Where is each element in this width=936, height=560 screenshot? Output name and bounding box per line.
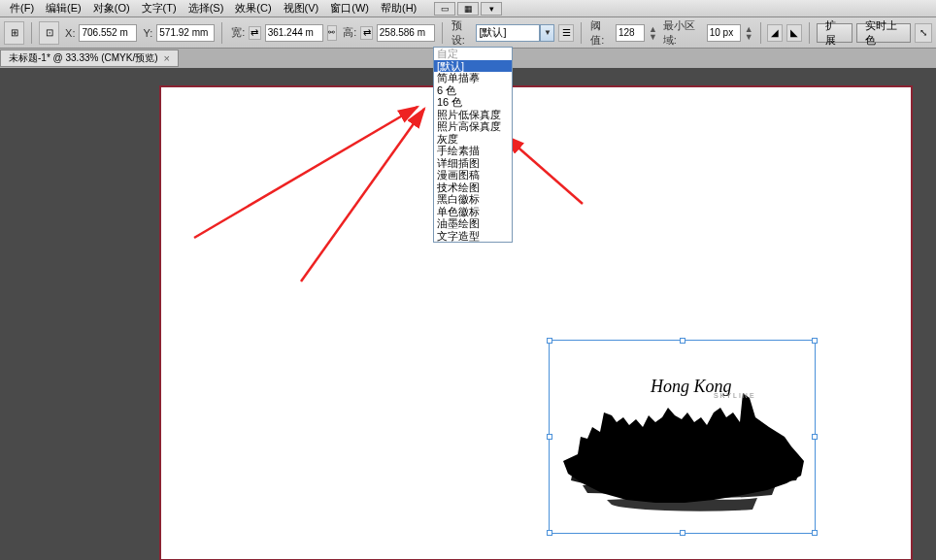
x-input[interactable]: [79, 24, 137, 42]
reference-point-icon[interactable]: ⊡: [39, 21, 59, 45]
x-label: X:: [65, 27, 75, 39]
dd-item-bw-logo[interactable]: 黑白徽标: [434, 193, 512, 206]
realtime-color-button[interactable]: 实时上色: [856, 23, 911, 43]
selection-handle-br[interactable]: [812, 530, 818, 536]
minarea-input[interactable]: [707, 24, 741, 42]
menubar: 件(F) 编辑(E) 对象(O) 文字(T) 选择(S) 效果(C) 视图(V)…: [0, 0, 936, 17]
selection-handle-ml[interactable]: [547, 434, 552, 440]
link-wh-icon[interactable]: ⚯: [327, 25, 338, 41]
dd-item-photo-low[interactable]: 照片低保真度: [434, 109, 512, 121]
threshold-stepper[interactable]: ▲▼: [649, 25, 657, 41]
selection-handle-bm[interactable]: [680, 530, 685, 536]
menu-window[interactable]: 窗口(W): [324, 0, 375, 16]
menu-edit[interactable]: 编辑(E): [40, 0, 87, 16]
menu-effect[interactable]: 效果(C): [229, 0, 277, 16]
dd-item-type[interactable]: 文字造型: [434, 230, 512, 243]
menubar-icon-3[interactable]: ▾: [481, 2, 502, 16]
minarea-label: 最小区域:: [663, 18, 703, 48]
dd-item-comic[interactable]: 漫画图稿: [434, 169, 512, 181]
link-w-icon[interactable]: ⇄: [249, 26, 260, 40]
dd-item-16color[interactable]: 16 色: [434, 96, 512, 109]
selection-handle-mr[interactable]: [812, 434, 818, 440]
dd-item-detailed[interactable]: 详细插图: [434, 157, 512, 170]
threshold-input[interactable]: [616, 24, 645, 42]
dd-item-mono-logo[interactable]: 单色徽标: [434, 206, 512, 218]
menu-select[interactable]: 选择(S): [183, 0, 230, 16]
expand-button[interactable]: 扩展: [817, 23, 852, 43]
preset-dropdown-button[interactable]: ▼: [540, 24, 554, 42]
minarea-stepper[interactable]: ▲▼: [745, 25, 753, 41]
preset-label: 预设:: [451, 18, 473, 48]
selection-handle-tl[interactable]: [547, 338, 552, 344]
tab-title: 未标题-1* @ 33.33% (CMYK/预览): [9, 51, 158, 65]
menu-object[interactable]: 对象(O): [87, 0, 136, 16]
dd-item-6color[interactable]: 6 色: [434, 84, 512, 97]
menubar-icon-2[interactable]: ▦: [457, 2, 479, 16]
tab-close-icon[interactable]: ×: [164, 52, 170, 64]
dd-item-default[interactable]: [默认]: [434, 60, 512, 73]
preset-input[interactable]: [476, 24, 540, 42]
dd-item-ink[interactable]: 油墨绘图: [434, 217, 512, 230]
menu-file[interactable]: 件(F): [4, 0, 40, 16]
document-tab[interactable]: 未标题-1* @ 33.33% (CMYK/预览) ×: [0, 49, 179, 67]
menu-help[interactable]: 帮助(H): [375, 0, 422, 16]
w-label: 宽:: [231, 25, 245, 40]
dd-item-hand-drawn[interactable]: 手绘素描: [434, 145, 512, 157]
preset-dropdown-list: 自定 [默认] 简单描摹 6 色 16 色 照片低保真度 照片高保真度 灰度 手…: [433, 47, 513, 243]
dd-item-simple-trace[interactable]: 简单描摹: [434, 72, 512, 84]
trace-icon-2[interactable]: ◣: [786, 24, 802, 42]
h-label: 高:: [343, 25, 356, 40]
dd-item-technical[interactable]: 技术绘图: [434, 181, 512, 194]
embed-icon[interactable]: ⊞: [4, 21, 24, 45]
trace-icon-1[interactable]: ◢: [767, 24, 783, 42]
selection-handle-tr[interactable]: [812, 338, 818, 344]
selection-handle-tm[interactable]: [680, 338, 685, 344]
selection-bounding-box[interactable]: [549, 340, 816, 534]
threshold-label: 阈值:: [590, 18, 612, 48]
toolbar-end-icon[interactable]: ⤡: [915, 23, 932, 43]
menubar-icon-1[interactable]: ▭: [434, 2, 455, 16]
y-label: Y:: [143, 27, 152, 39]
dd-item-grayscale[interactable]: 灰度: [434, 133, 512, 146]
selection-handle-bl[interactable]: [547, 530, 552, 536]
h-input[interactable]: [377, 24, 435, 42]
dd-item-custom[interactable]: 自定: [434, 48, 512, 60]
options-toolbar: ⊞ ⊡ X: Y: 宽: ⇄ ⚯ 高: ⇄ 预设: ▼ ☰ 阈值: ▲▼ 最小区…: [0, 17, 936, 49]
w-input[interactable]: [265, 24, 323, 42]
menu-text[interactable]: 文字(T): [136, 0, 183, 16]
menu-view[interactable]: 视图(V): [278, 0, 325, 16]
y-input[interactable]: [156, 24, 215, 42]
dd-item-photo-high[interactable]: 照片高保真度: [434, 120, 512, 133]
preset-menu-icon[interactable]: ☰: [558, 24, 574, 42]
link-h-icon[interactable]: ⇄: [360, 26, 372, 40]
